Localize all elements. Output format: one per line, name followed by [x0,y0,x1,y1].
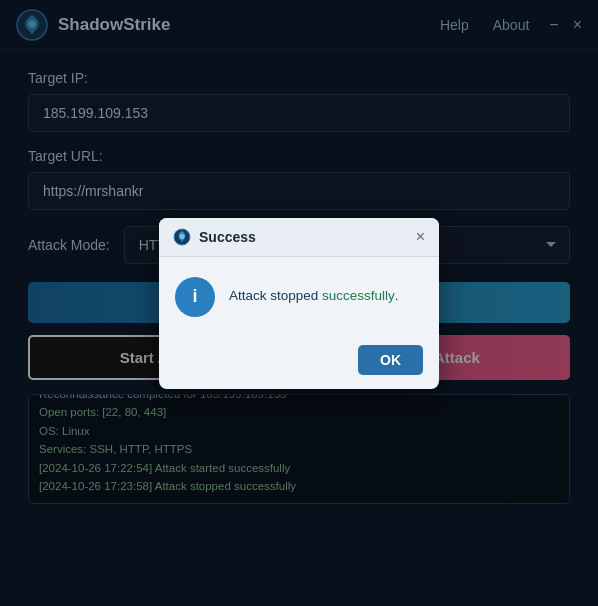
success-modal: Success × i Attack stopped successfully.… [159,218,439,389]
modal-overlay[interactable]: Success × i Attack stopped successfully.… [0,0,598,606]
modal-logo-icon [173,228,191,246]
modal-info-icon: i [175,277,215,317]
modal-close-button[interactable]: × [416,229,425,245]
modal-message: Attack stopped successfully. [229,287,399,306]
modal-footer: OK [159,337,439,389]
modal-message-highlight: successfully [322,288,395,303]
svg-point-3 [180,234,185,239]
modal-title: Success [199,229,416,245]
modal-body: i Attack stopped successfully. [159,257,439,337]
modal-ok-button[interactable]: OK [358,345,423,375]
modal-message-prefix: Attack stopped [229,288,322,303]
modal-header: Success × [159,218,439,257]
modal-message-suffix: . [395,288,399,303]
